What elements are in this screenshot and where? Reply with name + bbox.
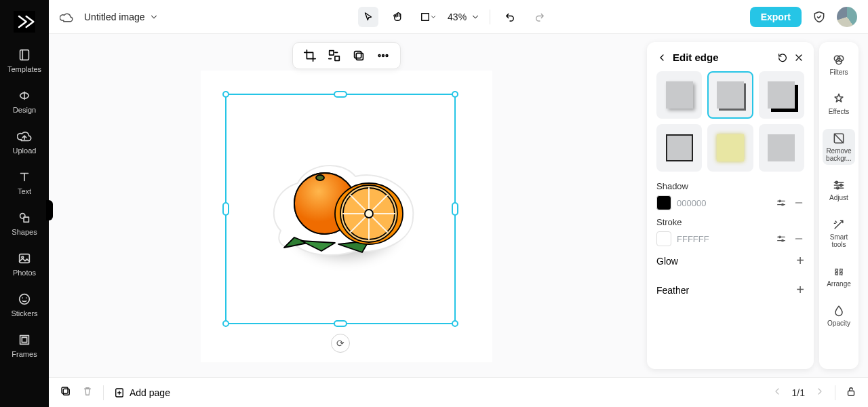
- shadow-hex[interactable]: 000000: [677, 198, 770, 208]
- rr-adjust-label: Adjust: [829, 194, 848, 201]
- user-avatar[interactable]: [837, 7, 857, 27]
- glow-row[interactable]: Glow +: [656, 246, 804, 275]
- resize-handle-br[interactable]: [452, 320, 458, 327]
- artboard[interactable]: ⟳: [201, 71, 492, 362]
- rr-arrange[interactable]: Arrange: [823, 262, 855, 290]
- resize-handle-bl[interactable]: [222, 320, 229, 327]
- svg-rect-10: [335, 56, 339, 60]
- rr-opacity[interactable]: Opacity: [823, 301, 855, 330]
- topbar: Untitled image 43%: [49, 0, 868, 34]
- svg-point-15: [386, 55, 388, 57]
- shadow-row: 000000: [656, 195, 804, 210]
- orange-sticker-image[interactable]: [260, 149, 430, 258]
- edge-style-hard-shadow[interactable]: [759, 71, 804, 119]
- cloud-save-icon[interactable]: [60, 10, 73, 24]
- edge-style-soft-shadow[interactable]: [656, 71, 702, 119]
- resize-handle-tl[interactable]: [222, 91, 229, 98]
- rail-shapes[interactable]: Shapes: [4, 208, 45, 239]
- pointer-tool[interactable]: [358, 7, 378, 27]
- document-title-text: Untitled image: [84, 12, 145, 22]
- stroke-color-swatch[interactable]: [656, 231, 671, 246]
- rr-effects[interactable]: Effects: [823, 90, 855, 118]
- edge-style-outline[interactable]: [656, 124, 702, 172]
- svg-rect-42: [63, 389, 69, 395]
- more-button[interactable]: [376, 48, 391, 63]
- resize-handle-b[interactable]: [334, 320, 347, 327]
- svg-rect-0: [20, 50, 29, 60]
- app-logo[interactable]: [14, 11, 35, 33]
- add-page-label: Add page: [130, 387, 170, 398]
- resize-tool[interactable]: [418, 7, 438, 27]
- lock-icon[interactable]: [845, 385, 857, 400]
- replace-button[interactable]: [327, 48, 342, 63]
- selection-box[interactable]: ⟳: [225, 94, 456, 324]
- resize-handle-tr[interactable]: [452, 91, 458, 98]
- edit-edge-panel: Edit edge Shadow 000000: [647, 42, 814, 369]
- zoom-control[interactable]: 43%: [448, 12, 480, 22]
- rr-smart-tools-label: Smart tools: [823, 233, 855, 248]
- document-title[interactable]: Untitled image: [84, 12, 159, 22]
- svg-rect-9: [330, 51, 334, 55]
- plus-icon: +: [796, 282, 804, 298]
- rail-templates-label: Templates: [7, 65, 41, 73]
- close-icon[interactable]: [793, 52, 804, 63]
- rr-filters-label: Filters: [829, 69, 848, 76]
- rr-adjust[interactable]: Adjust: [823, 176, 855, 204]
- feather-row[interactable]: Feather +: [656, 275, 804, 305]
- canvas-area[interactable]: Page 1: [49, 34, 644, 377]
- shield-icon[interactable]: [812, 10, 826, 24]
- copy-style-button[interactable]: [351, 48, 366, 63]
- shadow-remove-icon[interactable]: [793, 197, 804, 208]
- rail-frames[interactable]: Frames: [4, 330, 45, 361]
- add-page-button[interactable]: Add page: [113, 387, 170, 399]
- resize-handle-t[interactable]: [334, 91, 347, 98]
- svg-rect-11: [356, 53, 363, 60]
- stroke-remove-icon[interactable]: [793, 233, 804, 244]
- rail-photos-label: Photos: [13, 269, 36, 277]
- svg-rect-8: [422, 13, 429, 20]
- edge-style-drop-shadow[interactable]: [707, 71, 753, 119]
- hand-tool[interactable]: [388, 7, 408, 27]
- stroke-settings-icon[interactable]: [776, 233, 787, 244]
- rail-text[interactable]: Text: [4, 167, 45, 198]
- rail-design[interactable]: Design: [4, 85, 45, 117]
- glow-label: Glow: [656, 256, 678, 267]
- resize-handle-l[interactable]: [222, 202, 229, 216]
- shadow-color-swatch[interactable]: [656, 195, 671, 210]
- rr-smart-tools[interactable]: Smart tools: [823, 215, 855, 251]
- svg-rect-45: [848, 391, 854, 395]
- undo-button[interactable]: [500, 7, 520, 27]
- svg-rect-3: [20, 254, 30, 263]
- svg-point-5: [20, 294, 30, 305]
- rail-templates[interactable]: Templates: [4, 45, 45, 76]
- right-tool-rail: Filters Effects Remove backgr... Adjust …: [819, 42, 859, 369]
- separator: [490, 9, 490, 24]
- back-icon[interactable]: [656, 52, 667, 63]
- bottombar: Add page 1/1: [49, 377, 868, 407]
- redo-button[interactable]: [530, 7, 550, 27]
- rr-filters[interactable]: Filters: [823, 50, 855, 79]
- rail-upload-label: Upload: [13, 147, 37, 155]
- duplicate-page-icon[interactable]: [60, 385, 72, 400]
- export-button[interactable]: Export: [750, 7, 802, 27]
- rail-upload[interactable]: Upload: [4, 126, 45, 157]
- edge-style-none[interactable]: [759, 124, 804, 172]
- left-tool-rail: Templates Design Upload Text Shapes Phot…: [0, 0, 49, 407]
- rr-remove-bg[interactable]: Remove backgr...: [823, 129, 855, 165]
- reset-icon[interactable]: [777, 52, 788, 63]
- separator: [835, 385, 835, 400]
- resize-handle-r[interactable]: [452, 202, 458, 216]
- feather-label: Feather: [656, 285, 689, 296]
- prev-page-button[interactable]: [772, 386, 783, 399]
- rail-photos[interactable]: Photos: [4, 248, 45, 279]
- separator: [103, 385, 104, 400]
- next-page-button[interactable]: [814, 386, 825, 399]
- svg-point-4: [22, 256, 24, 258]
- rotate-handle[interactable]: ⟳: [331, 334, 350, 353]
- delete-page-icon[interactable]: [81, 385, 94, 400]
- crop-button[interactable]: [302, 48, 317, 63]
- shadow-settings-icon[interactable]: [776, 197, 787, 208]
- edge-style-glow[interactable]: [707, 124, 753, 172]
- stroke-hex[interactable]: FFFFFF: [677, 234, 770, 244]
- rail-stickers[interactable]: Stickers: [4, 289, 45, 320]
